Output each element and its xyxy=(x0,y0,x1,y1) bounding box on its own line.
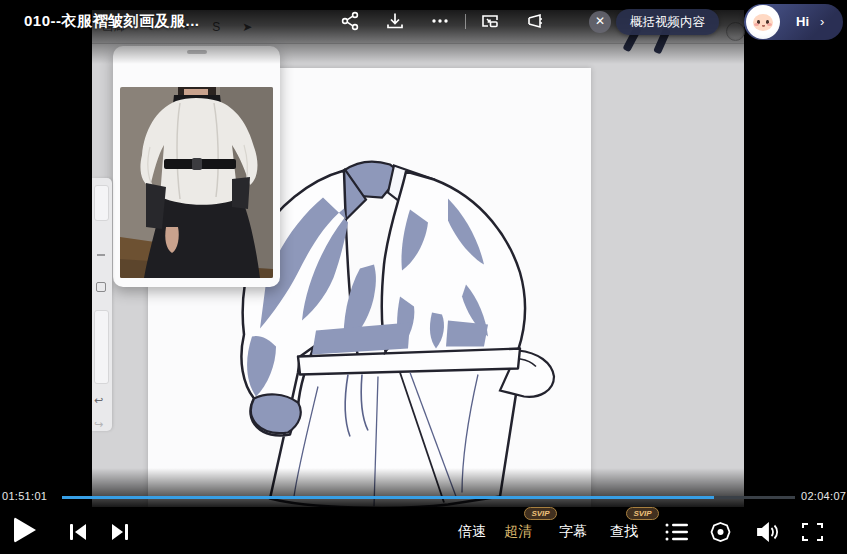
share-icon[interactable] xyxy=(338,9,362,33)
progress-played xyxy=(62,496,714,499)
reference-panel[interactable] xyxy=(113,46,280,287)
redo-icon[interactable]: ↪ xyxy=(94,418,103,431)
volume-icon[interactable] xyxy=(754,520,781,548)
picture-in-picture-icon[interactable] xyxy=(478,9,502,33)
total-time: 02:04:07 xyxy=(801,490,846,502)
previous-button[interactable] xyxy=(66,521,90,547)
subtitle-button[interactable]: 字幕 xyxy=(559,523,587,541)
avatar-face xyxy=(753,14,773,31)
panel-drag-handle[interactable] xyxy=(187,50,207,54)
opacity-slider[interactable] xyxy=(94,310,109,384)
assistant-pill[interactable]: Hi › xyxy=(744,4,843,40)
sidebar-controls: ↩ ↪ xyxy=(92,178,112,431)
watch-together-icon[interactable] xyxy=(708,520,733,548)
video-player: 画廊 ✐ ✎ S ➤ xyxy=(0,0,847,554)
next-button[interactable] xyxy=(108,521,132,547)
current-time: 01:51:01 xyxy=(2,490,47,502)
select-icon[interactable]: S xyxy=(212,20,220,34)
summarize-video-button[interactable]: 概括视频内容 xyxy=(616,9,719,35)
fullscreen-icon[interactable] xyxy=(800,520,825,548)
play-button[interactable] xyxy=(14,517,36,543)
undo-icon[interactable]: ↩ xyxy=(94,394,103,407)
progress-bar[interactable] xyxy=(62,496,795,499)
transform-icon[interactable]: ➤ xyxy=(242,20,252,34)
playlist-icon[interactable] xyxy=(664,521,690,547)
find-button[interactable]: 查找 xyxy=(610,523,638,541)
color-picker-disc[interactable] xyxy=(726,22,745,41)
greeting-label: Hi xyxy=(796,14,809,29)
svip-badge-quality[interactable]: SVIP xyxy=(524,507,557,520)
more-icon[interactable] xyxy=(428,9,452,33)
modify-dash[interactable] xyxy=(97,254,105,256)
cast-screen-icon[interactable] xyxy=(523,9,547,33)
speed-button[interactable]: 倍速 xyxy=(458,523,486,541)
reference-photo xyxy=(120,87,273,278)
top-icon-bar xyxy=(338,9,568,33)
top-icon-divider xyxy=(465,14,466,29)
close-icon[interactable]: ✕ xyxy=(589,11,611,33)
avatar-mouth xyxy=(762,25,765,27)
avatar xyxy=(746,5,780,39)
chevron-right-icon: › xyxy=(820,14,824,29)
drawing-app-frame: 画廊 ✐ ✎ S ➤ xyxy=(92,10,744,507)
svip-badge-find[interactable]: SVIP xyxy=(626,507,659,520)
avatar-blush-left xyxy=(754,23,759,26)
video-title: 010--衣服褶皱刻画及服... xyxy=(24,12,200,31)
quality-button[interactable]: 超清 xyxy=(504,523,532,541)
download-icon[interactable] xyxy=(383,9,407,33)
avatar-blush-right xyxy=(767,23,772,26)
modify-button[interactable] xyxy=(96,282,106,292)
brush-size-slider[interactable] xyxy=(94,185,109,221)
